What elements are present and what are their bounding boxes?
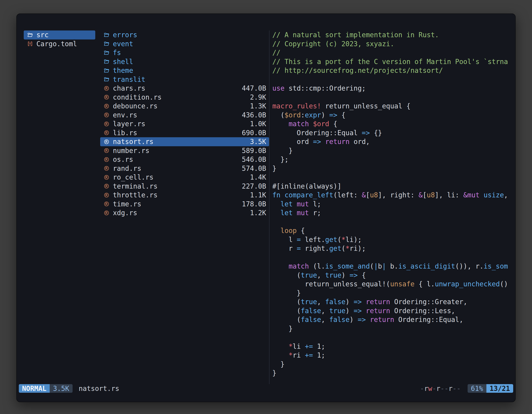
code-line: }; [272, 155, 508, 164]
code-line: #[inline(always)] [272, 182, 508, 191]
folder-icon [104, 67, 110, 74]
file-name: xdg.rs [113, 208, 137, 217]
file-row-ro_cell.rs[interactable]: ro_cell.rs1.4K [100, 173, 269, 182]
file-name: lib.rs [113, 128, 137, 137]
file-row-env.rs[interactable]: env.rs436.0B [100, 111, 269, 120]
file-name: rand.rs [113, 164, 141, 173]
code-line: // This is a port of the C version of Ma… [272, 57, 508, 66]
file-row-Cargo.toml[interactable]: Cargo.toml [24, 39, 95, 48]
code-line: (true, false) => return Ordering::Greate… [272, 298, 508, 306]
file-row-terminal.rs[interactable]: terminal.rs227.0B [100, 182, 269, 191]
code-line: use std::cmp::Ordering; [272, 84, 508, 93]
file-row-debounce.rs[interactable]: debounce.rs1.3K [100, 102, 269, 111]
file-name: condition.rs [113, 93, 162, 102]
file-name: env.rs [113, 111, 137, 120]
file-size-badge: 3.5K [50, 384, 72, 393]
code-line: // http://sourcefrog.net/projects/natsor… [272, 66, 508, 75]
file-name: Cargo.toml [36, 39, 77, 48]
toml-file-icon [27, 41, 33, 47]
file-size: 447.0B [242, 84, 266, 93]
code-line: match $ord { [272, 119, 508, 128]
code-line: } [272, 360, 508, 369]
code-line: (false, false) => return Ordering::Equal… [272, 315, 508, 324]
dir-row-event[interactable]: event [100, 39, 269, 48]
file-row-natsort.rs[interactable]: natsort.rs3.5K [100, 137, 269, 146]
file-name: theme [113, 66, 133, 75]
file-size: 1.0K [250, 119, 266, 128]
code-line: } [272, 289, 508, 298]
code-line [272, 333, 508, 342]
panes-container: srcCargo.toml errorseventfsshellthemetra… [17, 14, 515, 384]
code-line: ord => return ord, [272, 137, 508, 146]
rust-file-icon [104, 85, 110, 91]
mode-indicator: NORMAL [19, 384, 50, 393]
status-bar: NORMAL 3.5K natsort.rs -rw-r--r-- 61% 13… [19, 384, 513, 393]
folder-icon [104, 41, 110, 47]
file-size: 178.0B [242, 200, 266, 209]
code-line: // A natural sort implementation in Rust… [272, 30, 508, 39]
rust-file-icon [104, 121, 110, 127]
code-line: l = left.get(*li); [272, 235, 508, 244]
code-line: (false, true) => return Ordering::Less, [272, 306, 508, 315]
file-row-lib.rs[interactable]: lib.rs690.0B [100, 128, 269, 137]
file-name: shell [113, 57, 133, 66]
file-row-rand.rs[interactable]: rand.rs574.0B [100, 164, 269, 173]
parent-directory-pane: srcCargo.toml [24, 30, 95, 384]
folder-icon [104, 76, 110, 82]
file-row-xdg.rs[interactable]: xdg.rs1.2K [100, 208, 269, 217]
file-row-chars.rs[interactable]: chars.rs447.0B [100, 84, 269, 93]
folder-icon [104, 58, 110, 65]
file-name: ro_cell.rs [113, 173, 153, 182]
file-permissions: -rw-r--r-- [420, 385, 461, 393]
file-size: 1.2K [250, 208, 266, 217]
file-row-condition.rs[interactable]: condition.rs2.9K [100, 93, 269, 102]
file-name: throttle.rs [113, 191, 158, 200]
current-directory-pane: errorseventfsshellthemetranslitchars.rs4… [100, 30, 269, 384]
file-name: number.rs [113, 146, 150, 155]
dir-row-fs[interactable]: fs [100, 48, 269, 57]
file-name: layer.rs [113, 119, 145, 128]
rust-file-icon [104, 94, 110, 100]
code-line: } [272, 324, 508, 333]
code-line [272, 173, 508, 182]
code-line: *li += 1; [272, 342, 508, 351]
file-name: translit [113, 75, 145, 84]
status-filename: natsort.rs [79, 385, 119, 393]
file-name: time.rs [113, 200, 141, 209]
file-size: 2.9K [250, 93, 266, 102]
file-name: natsort.rs [113, 137, 153, 146]
file-size: 1.3K [250, 102, 266, 111]
file-size: 546.0B [242, 155, 266, 164]
code-line [272, 217, 508, 226]
dir-row-src[interactable]: src [24, 30, 95, 39]
cursor-position-badge: 13/21 [486, 384, 513, 393]
file-name: chars.rs [113, 84, 145, 93]
rust-file-icon [104, 130, 110, 136]
rust-file-icon [104, 174, 110, 180]
rust-file-icon [104, 192, 110, 198]
rust-file-icon [104, 156, 110, 163]
rust-file-icon [104, 139, 110, 145]
code-line: let mut r; [272, 208, 508, 217]
dir-row-translit[interactable]: translit [100, 75, 269, 84]
scroll-percentage-badge: 61% [468, 384, 486, 393]
file-row-number.rs[interactable]: number.rs589.0B [100, 146, 269, 155]
dir-row-errors[interactable]: errors [100, 30, 269, 39]
file-row-os.rs[interactable]: os.rs546.0B [100, 155, 269, 164]
code-line: // Copyright (c) 2023, sxyazi. [272, 39, 508, 48]
file-size: 690.0B [242, 128, 266, 137]
file-name: fs [113, 48, 121, 57]
file-row-throttle.rs[interactable]: throttle.rs1.1K [100, 191, 269, 200]
folder-icon [27, 32, 33, 38]
rust-file-icon [104, 147, 110, 154]
rust-file-icon [104, 103, 110, 109]
file-row-time.rs[interactable]: time.rs178.0B [100, 200, 269, 209]
code-line: fn compare_left(left: &[u8], right: &[u8… [272, 191, 508, 200]
code-line [272, 93, 508, 102]
rust-file-icon [104, 165, 110, 171]
file-size: 436.0B [242, 111, 266, 120]
dir-row-theme[interactable]: theme [100, 66, 269, 75]
file-row-layer.rs[interactable]: layer.rs1.0K [100, 119, 269, 128]
dir-row-shell[interactable]: shell [100, 57, 269, 66]
file-size: 574.0B [242, 164, 266, 173]
